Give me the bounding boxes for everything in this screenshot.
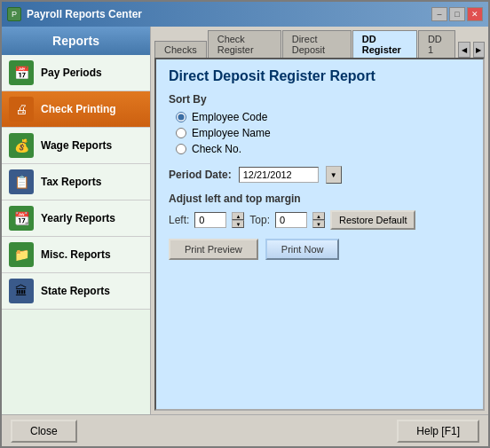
- left-spin-down[interactable]: ▼: [232, 220, 244, 228]
- period-date-row: Period Date: ▼: [169, 166, 470, 184]
- margin-row: Left: ▲ ▼ Top: ▲ ▼ Restore Default: [169, 210, 470, 230]
- sort-employee-code-radio[interactable]: [176, 112, 186, 122]
- help-button[interactable]: Help [F1]: [397, 420, 479, 443]
- sort-check-no-radio[interactable]: [176, 144, 186, 154]
- adjust-margin-label: Adjust left and top margin: [169, 193, 470, 205]
- close-button[interactable]: Close: [11, 420, 77, 443]
- sidebar-item-tax-reports[interactable]: 📋 Tax Reports: [2, 164, 150, 200]
- period-date-label: Period Date:: [169, 169, 232, 181]
- sidebar-item-label: State Reports: [41, 285, 110, 297]
- minimize-button[interactable]: –: [431, 7, 447, 21]
- sort-by-radio-group: Employee Code Employee Name Check No.: [176, 111, 470, 155]
- tab-dd-register[interactable]: DD Register: [352, 30, 417, 58]
- title-bar-buttons: – □ ✕: [431, 7, 483, 21]
- left-input[interactable]: [194, 212, 226, 228]
- sidebar-item-yearly-reports[interactable]: 📆 Yearly Reports: [2, 200, 150, 237]
- tab-prev-button[interactable]: ◀: [458, 42, 470, 58]
- state-reports-icon: 🏛: [9, 279, 34, 303]
- top-spin-down[interactable]: ▼: [312, 220, 325, 228]
- app-icon: P: [7, 7, 21, 21]
- restore-default-button[interactable]: Restore Default: [330, 210, 415, 230]
- sidebar-item-wage-reports[interactable]: 💰 Wage Reports: [2, 128, 150, 164]
- tabs-bar: Checks Check Register Direct Deposit DD …: [154, 30, 485, 58]
- sort-employee-code-row: Employee Code: [176, 111, 470, 123]
- left-spin-up[interactable]: ▲: [232, 212, 244, 220]
- action-row: Print Preview Print Now: [169, 239, 470, 260]
- sidebar-item-label: Check Printing: [41, 103, 116, 115]
- top-label: Top:: [249, 214, 270, 226]
- left-spin-group: ▲ ▼: [232, 212, 244, 228]
- tab-check-register[interactable]: Check Register: [208, 30, 281, 58]
- sidebar-item-state-reports[interactable]: 🏛 State Reports: [2, 273, 150, 310]
- sidebar-item-misc-reports[interactable]: 📁 Misc. Reports: [2, 237, 150, 273]
- yearly-reports-icon: 📆: [9, 206, 34, 231]
- tab-direct-deposit[interactable]: Direct Deposit: [282, 30, 352, 58]
- close-window-button[interactable]: ✕: [467, 7, 483, 21]
- tab-dd1[interactable]: DD 1: [418, 30, 455, 58]
- top-input[interactable]: [275, 212, 307, 228]
- sidebar: Reports 📅 Pay Periods 🖨 Check Printing 💰…: [2, 27, 151, 414]
- sort-check-no-row: Check No.: [176, 143, 470, 155]
- period-date-input[interactable]: [239, 167, 319, 183]
- sidebar-item-label: Misc. Reports: [41, 248, 111, 261]
- main-area: Reports 📅 Pay Periods 🖨 Check Printing 💰…: [2, 27, 488, 414]
- sidebar-item-label: Wage Reports: [41, 139, 112, 152]
- sidebar-item-pay-periods[interactable]: 📅 Pay Periods: [2, 55, 150, 91]
- wage-reports-icon: 💰: [9, 133, 34, 158]
- content-area: Checks Check Register Direct Deposit DD …: [151, 27, 488, 414]
- tab-checks[interactable]: Checks: [154, 41, 207, 58]
- sidebar-item-label: Tax Reports: [41, 176, 101, 188]
- title-bar: P Payroll Reports Center – □ ✕: [2, 2, 488, 27]
- sort-employee-code-label: Employee Code: [192, 111, 267, 123]
- window-title: Payroll Reports Center: [27, 8, 426, 20]
- sidebar-header: Reports: [2, 27, 150, 55]
- print-now-button[interactable]: Print Now: [265, 239, 340, 260]
- left-label: Left:: [169, 214, 189, 226]
- check-printing-icon: 🖨: [9, 97, 34, 122]
- panel-title: Direct Deposit Register Report: [169, 68, 470, 84]
- sort-employee-name-row: Employee Name: [176, 127, 470, 139]
- top-spin-group: ▲ ▼: [312, 212, 325, 228]
- sidebar-item-check-printing[interactable]: 🖨 Check Printing: [2, 91, 150, 128]
- pay-periods-icon: 📅: [9, 60, 34, 85]
- top-spin-up[interactable]: ▲: [312, 212, 325, 220]
- content-panel: Direct Deposit Register Report Sort By E…: [154, 58, 485, 411]
- period-date-dropdown-button[interactable]: ▼: [326, 166, 342, 184]
- misc-reports-icon: 📁: [9, 242, 34, 267]
- tax-reports-icon: 📋: [9, 169, 34, 194]
- restore-button[interactable]: □: [449, 7, 465, 21]
- sidebar-item-label: Yearly Reports: [41, 212, 115, 224]
- tab-next-button[interactable]: ▶: [473, 42, 485, 58]
- sort-check-no-label: Check No.: [192, 143, 241, 155]
- footer: Close Help [F1]: [2, 414, 488, 446]
- print-preview-button[interactable]: Print Preview: [169, 239, 258, 260]
- sidebar-item-label: Pay Periods: [41, 67, 102, 79]
- main-window: P Payroll Reports Center – □ ✕ Reports 📅…: [0, 0, 490, 448]
- sort-employee-name-radio[interactable]: [176, 128, 186, 138]
- sort-employee-name-label: Employee Name: [192, 127, 271, 139]
- sort-by-label: Sort By: [169, 93, 470, 106]
